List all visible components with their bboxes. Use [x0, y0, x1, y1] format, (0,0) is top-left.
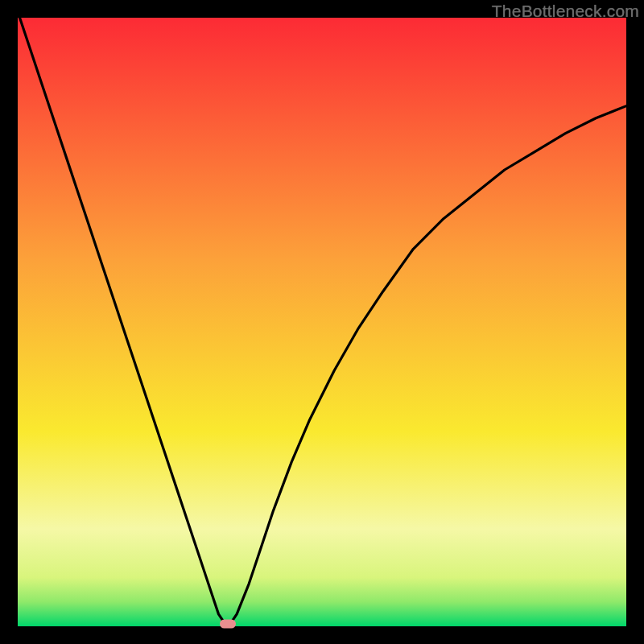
chart-frame	[18, 18, 626, 626]
bottleneck-curve	[18, 18, 626, 626]
optimal-marker	[220, 620, 236, 629]
watermark-text: TheBottleneck.com	[492, 2, 639, 21]
